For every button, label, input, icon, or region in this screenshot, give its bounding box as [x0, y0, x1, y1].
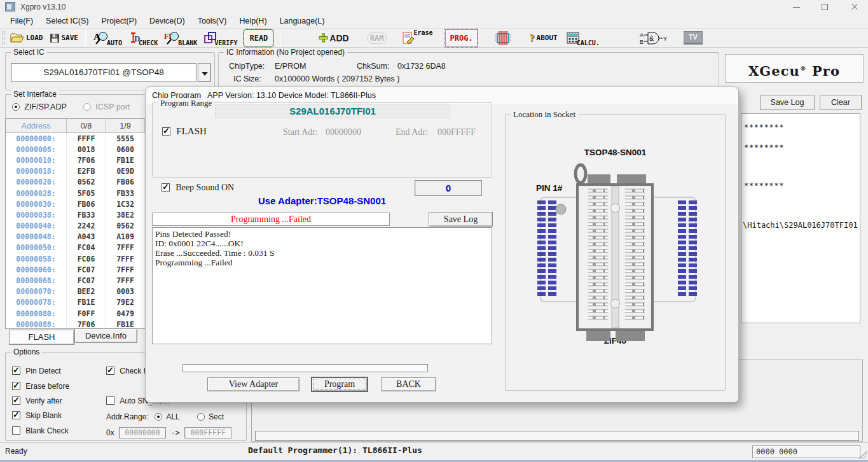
menu-project[interactable]: Project(P): [95, 15, 144, 27]
socket-graphic: [506, 115, 725, 390]
calcu-button[interactable]: CALCU.: [567, 29, 600, 47]
ic-info-legend: IC Information (No Project opened): [224, 48, 347, 57]
ram-button[interactable]: RAM: [367, 29, 387, 47]
check-id-checkbox[interactable]: Check I: [106, 367, 146, 375]
chevron-down-icon: [202, 72, 208, 79]
floppy-icon: [50, 33, 60, 43]
read-label: READ: [249, 34, 268, 43]
col-1-9[interactable]: 1/9: [106, 119, 145, 132]
erase-before-checkbox[interactable]: Erase before: [12, 382, 69, 391]
check-id-label: Check I: [120, 367, 146, 375]
close-button[interactable]: [840, 0, 868, 14]
col-address[interactable]: Address: [6, 119, 67, 132]
skip-blank-label: Skip Blank: [25, 411, 62, 420]
table-row: 00000078:FB1E79E2: [6, 297, 145, 308]
menu-file[interactable]: File(F): [4, 15, 39, 27]
erase-button[interactable]: Erase: [402, 29, 432, 47]
open-folder-icon: [10, 33, 24, 43]
log-line-path: \Hitachi\S29AL016J70TFI01: [743, 221, 858, 230]
zif-radio[interactable]: ZIF/SP.ADP: [12, 102, 67, 111]
blank-button[interactable]: FF BLANK: [164, 29, 197, 47]
toolbar-separator: [85, 31, 86, 46]
dialog-log-line: Erase ...Succeeded. Time : 0.031 S: [155, 248, 489, 258]
beep-checkbox[interactable]: Beep Sound ON: [162, 183, 234, 193]
prog-button[interactable]: PROG.: [445, 29, 477, 47]
status-counter: 0000 0000: [752, 445, 860, 458]
program-button[interactable]: Program: [311, 377, 368, 392]
use-adapter-text: Use Adapter:TSOP48-SN001: [152, 195, 492, 206]
table-row: 00000020:0562FB06: [6, 177, 145, 188]
checkbox-icon: [162, 127, 170, 136]
chip-type-label: ChipType:: [229, 62, 265, 71]
log-line: ********: [744, 143, 784, 152]
icsp-radio[interactable]: ICSP port: [83, 102, 130, 111]
read-button[interactable]: READ: [244, 29, 273, 47]
back-button[interactable]: BACK: [381, 377, 436, 391]
dialog-save-log-button[interactable]: Save Log: [429, 212, 493, 227]
flash-checkbox[interactable]: FLASH: [162, 126, 207, 137]
resize-grip[interactable]: [859, 451, 867, 459]
pin-detect-checkbox[interactable]: Pin Detect: [12, 367, 61, 375]
addr-range-sect-radio[interactable]: Sect: [197, 412, 224, 421]
erase-label: Erase: [413, 29, 432, 36]
save-log-button[interactable]: Save Log: [760, 95, 815, 110]
minimize-button[interactable]: [782, 0, 810, 14]
table-row: 00000018:E2FB0E9D: [6, 166, 145, 177]
save-button[interactable]: SAVE: [50, 29, 79, 47]
col-0-8[interactable]: 0/8: [67, 119, 106, 132]
ic-size-label: IC Size:: [233, 74, 261, 83]
pin-detect-label: Pin Detect: [25, 367, 60, 375]
window-title: Xgpro v13.10: [20, 3, 65, 11]
addr-range-all-radio[interactable]: ALL: [155, 412, 179, 421]
logic-gate-button[interactable]: A B & Y: [639, 29, 668, 47]
memory-buffer-table[interactable]: Address 0/8 1/9 00000000:FFFF5555 000000…: [5, 118, 146, 329]
main-log-panel[interactable]: ******** ******** ******** \Hitachi\S29A…: [741, 113, 860, 323]
table-row: 00000030:FB061C32: [6, 199, 145, 209]
range-end-input[interactable]: 000FFFFF: [184, 427, 231, 438]
toolbar-grip[interactable]: [2, 31, 4, 45]
load-button[interactable]: LOAD: [10, 29, 43, 47]
add-button[interactable]: ADD: [319, 29, 348, 47]
radio-icon: [83, 103, 91, 111]
tv-button[interactable]: TV: [684, 31, 703, 45]
logo-reg: ®: [800, 65, 807, 72]
blank-check-checkbox[interactable]: Blank Check: [12, 426, 69, 435]
range-start-input[interactable]: 00000000: [119, 427, 166, 438]
maximize-button[interactable]: [811, 0, 839, 14]
dialog-log-box[interactable]: Pins Detected Passed! ID: 0x0001 22C4...…: [152, 227, 492, 344]
range-row: 0x 00000000 -> 000FFFFF: [106, 427, 231, 438]
menu-device[interactable]: Device(D): [143, 15, 191, 27]
verify-button[interactable]: VERIFY: [203, 29, 237, 47]
radio-icon: [197, 413, 205, 421]
ic-dropdown-button[interactable]: [198, 63, 211, 82]
toolbar: LOAD SAVE A AUTO D CHECK FF BLANK VERIFY…: [0, 28, 868, 48]
menu-help[interactable]: Help(H): [233, 15, 273, 27]
about-button[interactable]: ? ABOUT: [530, 29, 558, 47]
chip-type-value: E/PROM: [275, 62, 306, 71]
tab-device-info[interactable]: Device.Info: [74, 328, 137, 343]
dialog-title-bar[interactable]: Chip Program APP Version: 13.10 Device M…: [146, 87, 738, 104]
xgecu-logo: XGecu® Pro: [725, 54, 864, 83]
chip-program-dialog: Chip Program APP Version: 13.10 Device M…: [145, 87, 739, 403]
table-row: 00000048:A043A109: [6, 232, 145, 242]
tab-flash[interactable]: FLASH: [9, 330, 74, 345]
auto-button[interactable]: A AUTO: [93, 29, 122, 47]
hex-prefix: 0x: [106, 428, 114, 437]
verify-after-checkbox[interactable]: Verify after: [12, 396, 62, 405]
check-button[interactable]: D CHECK: [128, 29, 158, 47]
socket-group: Location in Socket TSOP48-SN001 PIN 1# Z…: [505, 114, 726, 391]
menu-tools[interactable]: Tools(V): [191, 15, 233, 27]
view-adapter-button[interactable]: View Adapter: [207, 377, 300, 391]
skip-blank-checkbox[interactable]: Skip Blank: [12, 411, 62, 420]
table-row: 00000038:FB3338E2: [6, 209, 145, 220]
svg-text:Y: Y: [663, 36, 667, 42]
menu-select-ic[interactable]: Select IC(S): [39, 15, 95, 27]
menu-language[interactable]: Language(L): [273, 15, 331, 27]
load-label: LOAD: [26, 34, 43, 42]
dialog-status-text: Programming ...Failed: [231, 214, 311, 224]
ic-select-combobox[interactable]: S29AL016J70TFI01 @TSOP48: [11, 63, 196, 82]
chip-test-button[interactable]: [494, 29, 512, 47]
clear-button[interactable]: Clear: [820, 95, 862, 110]
log-line: ********: [744, 123, 784, 132]
options-legend: Options: [11, 347, 42, 356]
